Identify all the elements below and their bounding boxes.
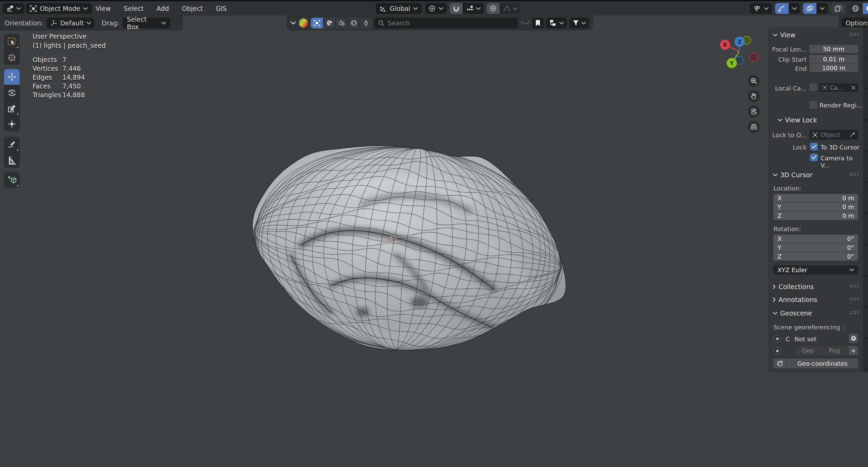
menu-object[interactable]: Object (180, 1, 205, 16)
lock-to-3d-cursor-checkbox[interactable] (810, 143, 818, 150)
section-3d-cursor-header[interactable]: 3D Cursor (773, 171, 812, 179)
panel-grip-icon[interactable] (850, 33, 859, 36)
snap-toggle[interactable] (450, 3, 463, 14)
tool-transform[interactable] (4, 116, 20, 131)
panel-grip-icon[interactable] (850, 285, 859, 288)
cursor-location-y[interactable]: Y 0 m (773, 203, 858, 211)
overlays-icon (806, 5, 813, 12)
geo-button[interactable]: Geo (795, 346, 821, 355)
tool-measure[interactable] (4, 152, 20, 168)
toggle-grid-button[interactable] (748, 121, 760, 133)
move-icon (7, 72, 17, 82)
lock-to-object-field[interactable]: Object (809, 130, 858, 140)
crs-settings-button[interactable] (849, 333, 858, 343)
gizmo-axis-x-neg[interactable] (750, 53, 758, 61)
menu-add[interactable]: Add (155, 1, 171, 16)
panel-grip-icon[interactable] (850, 311, 859, 314)
tool-move[interactable] (4, 69, 20, 85)
show-gizmo-toggle[interactable] (775, 3, 789, 14)
cursor-rotation-z[interactable]: Z 0° (773, 252, 858, 261)
world-filter-toggle[interactable] (347, 18, 360, 28)
geo-coordinates-button[interactable]: Geo-coordinates (787, 359, 858, 368)
proportional-editing-toggle[interactable] (487, 3, 500, 14)
material-filter-toggle[interactable] (323, 18, 335, 28)
tool-add-cube[interactable] (4, 172, 20, 188)
mode-dropdown[interactable]: Object Mode (26, 3, 92, 14)
drag-mode-dropdown[interactable]: Select Box (123, 18, 170, 28)
georeferencing-label: Scene georeferencing : (773, 324, 844, 331)
cursor-location-x[interactable]: X 0 m (773, 194, 858, 202)
projection-radio[interactable] (773, 347, 781, 354)
scale-icon (7, 104, 17, 113)
menu-gis[interactable]: GIS (214, 1, 228, 16)
editor-type-dropdown[interactable] (3, 3, 24, 14)
clip-start-label: Clip Start (770, 56, 807, 63)
eyedropper-icon[interactable] (850, 132, 855, 138)
local-camera-field[interactable]: Ca... (820, 83, 858, 92)
visibility-dropdown[interactable] (750, 3, 772, 14)
cursor-rotation-x[interactable]: X 0° (773, 235, 858, 243)
filter-dropdown[interactable] (569, 18, 589, 28)
orientation-dropdown[interactable]: Default (47, 18, 94, 28)
fluid-filter-toggle[interactable] (335, 18, 347, 28)
menu-view[interactable]: View (94, 1, 113, 16)
tool-select-box[interactable] (4, 34, 20, 49)
local-camera-checkbox[interactable] (809, 83, 817, 91)
camera-to-view-checkbox[interactable] (810, 154, 818, 161)
menu-select[interactable]: Select (122, 1, 146, 16)
section-view-lock-header[interactable]: View Lock (778, 116, 817, 124)
tool-scale[interactable] (4, 100, 20, 116)
xray-toggle[interactable] (831, 3, 846, 14)
crs-radio[interactable] (773, 335, 781, 342)
render-region-checkbox[interactable] (809, 101, 817, 109)
proportional-falloff-dropdown[interactable] (500, 3, 521, 14)
sidebar-tab-strip[interactable] (863, 27, 868, 372)
lock-to-object-label: Lock to O... (770, 131, 807, 139)
show-overlays-toggle[interactable] (803, 3, 816, 14)
falloff-curve-icon (503, 5, 511, 12)
clear-x-icon[interactable] (851, 86, 855, 90)
overlays-options-dropdown[interactable] (816, 3, 828, 14)
clip-end-label: End (770, 65, 807, 72)
focal-length-field[interactable]: 50 mm (809, 45, 858, 53)
collapse-chevron-icon[interactable] (290, 21, 296, 25)
zoom-button[interactable] (748, 75, 760, 87)
panel-grip-icon[interactable] (850, 173, 859, 176)
add-crs-button[interactable]: + (849, 346, 858, 355)
bookmark-button[interactable] (532, 18, 544, 28)
rotation-mode-dropdown[interactable]: XYZ Euler (773, 265, 858, 275)
gizmo-options-dropdown[interactable] (789, 3, 800, 14)
pivot-point-dropdown[interactable] (425, 3, 447, 14)
search-input[interactable] (388, 19, 514, 27)
camera-view-button[interactable] (748, 105, 760, 118)
tool-rotate[interactable] (4, 85, 20, 100)
smooth-curve-icon[interactable] (520, 20, 530, 26)
scene-breadcrumb: (1) lights | peach_seed (33, 42, 106, 49)
proj-button[interactable]: Proj (821, 346, 848, 355)
clip-end-field[interactable]: 1000 m (809, 64, 858, 72)
section-collections-header[interactable]: Collections (773, 283, 814, 290)
snap-target-dropdown[interactable] (463, 3, 484, 14)
shading-wireframe-button[interactable] (849, 3, 862, 14)
cursor-rotation-y[interactable]: Y 0° (773, 243, 858, 252)
mesh-object-peach-seed[interactable] (250, 143, 569, 353)
section-annotations-header[interactable]: Annotations (773, 296, 817, 303)
cursor-location-z[interactable]: Z 0 m (773, 211, 858, 220)
collections-dropdown[interactable] (546, 18, 567, 28)
section-geoscene-header[interactable]: Geoscene (773, 309, 812, 317)
clip-start-field[interactable]: 0.01 m (809, 55, 858, 63)
brush-filter-toggle[interactable] (360, 18, 372, 28)
gizmo-axis-x[interactable]: X (720, 40, 730, 50)
pan-button[interactable] (748, 90, 760, 102)
gizmo-axis-z[interactable]: Z (734, 37, 745, 47)
gizmo-axis-y[interactable]: Y (727, 58, 737, 68)
select-region-toggle[interactable] (311, 18, 323, 28)
transform-orientation-dropdown[interactable]: Global (376, 3, 422, 14)
geo-coordinates-icon-button[interactable] (773, 359, 786, 368)
tool-annotate[interactable] (4, 137, 20, 152)
shading-solid-button[interactable] (862, 3, 868, 14)
panel-grip-icon[interactable] (850, 298, 859, 301)
view-navigation-gizmo[interactable]: X Z Y (715, 29, 766, 73)
tool-cursor[interactable] (4, 49, 20, 65)
section-view-header[interactable]: View (773, 31, 795, 39)
